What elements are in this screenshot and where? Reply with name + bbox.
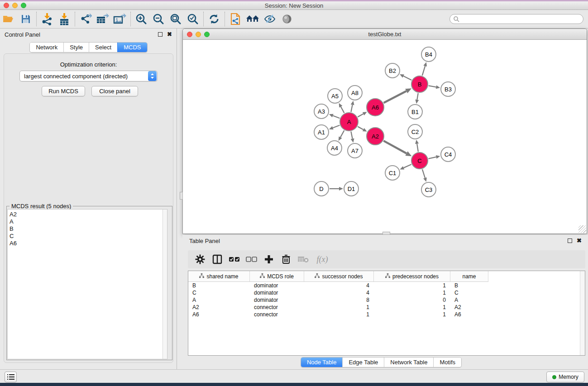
trash-icon[interactable] [277, 252, 295, 267]
table-row[interactable]: A6connector11A6 [188, 311, 488, 318]
network-node-a6[interactable]: A6 [366, 98, 384, 116]
table-row[interactable]: Adominator80A [188, 296, 488, 304]
network-edge[interactable] [358, 114, 363, 117]
network-edge[interactable] [417, 144, 418, 152]
network-node-c2[interactable]: C2 [407, 124, 423, 139]
table-row[interactable]: Bdominator41B [188, 282, 488, 289]
network-node-b3[interactable]: B3 [440, 81, 456, 97]
network-edge[interactable] [340, 130, 344, 137]
network-window-titlebar[interactable]: testGlobe.txt [183, 29, 587, 40]
node-table[interactable]: shared nameMCDS rolesuccessor nodesprede… [188, 271, 585, 356]
network-node-c4[interactable]: C4 [440, 147, 456, 162]
table-tab-network-table[interactable]: Network Table [384, 357, 433, 367]
eye-slash-icon[interactable] [261, 11, 278, 27]
network-edge[interactable] [429, 157, 436, 159]
checkbox-checked-pair-icon[interactable] [226, 252, 243, 267]
memory-button[interactable]: Memory [546, 372, 584, 382]
network-download-icon[interactable] [38, 11, 56, 27]
float-panel-icon[interactable] [158, 32, 163, 37]
network-edge[interactable] [351, 132, 352, 139]
network-node-a4[interactable]: A4 [327, 140, 342, 156]
network-edge[interactable] [429, 86, 436, 87]
network-edge[interactable] [351, 105, 352, 112]
table-row[interactable]: Cdominator41C [188, 289, 488, 296]
network-node-a7[interactable]: A7 [347, 143, 363, 158]
folder-open-icon[interactable] [0, 11, 17, 27]
network-node-a1[interactable]: A1 [314, 124, 329, 140]
network-edge[interactable] [384, 91, 406, 103]
network-edge[interactable] [383, 141, 406, 153]
mcds-result-list[interactable]: A2ABCA6 [7, 209, 167, 359]
mcds-result-item[interactable]: A [10, 218, 167, 225]
network-node-d[interactable]: D [314, 181, 329, 196]
network-node-a[interactable]: A [339, 112, 359, 131]
tab-select[interactable]: Select [89, 43, 117, 52]
tab-network[interactable]: Network [30, 43, 63, 52]
mcds-result-item[interactable]: A2 [10, 211, 167, 218]
network-node-a3[interactable]: A3 [314, 104, 329, 119]
zoom-fit-icon[interactable] [167, 11, 184, 27]
column-header-name[interactable]: name [450, 271, 488, 281]
float-panel-icon[interactable] [568, 238, 572, 243]
table-scrollbar[interactable] [580, 271, 585, 355]
network-edge[interactable] [358, 127, 363, 130]
network-node-a8[interactable]: A8 [347, 85, 363, 100]
network-node-a5[interactable]: A5 [327, 88, 343, 104]
tab-mcds[interactable]: MCDS [117, 43, 147, 52]
horizontal-splitter-handle[interactable] [382, 232, 390, 235]
table-download-icon[interactable] [56, 11, 73, 27]
network-node-c1[interactable]: C1 [385, 165, 400, 181]
mcds-result-item[interactable]: B [10, 225, 167, 233]
network-edge[interactable] [341, 107, 344, 113]
mcds-list-scrollbar[interactable] [163, 210, 167, 359]
close-panel-icon[interactable]: ✖ [577, 238, 582, 243]
mcds-result-item[interactable]: A6 [10, 240, 167, 247]
network-canvas[interactable]: B4B2BB3A5A8A6A3B1AA1C2A2A4A7C4CC1C3DD1 [183, 40, 587, 234]
network-edge[interactable] [422, 66, 425, 76]
column-header-MCDS-role[interactable]: MCDS role [250, 271, 304, 281]
plus-icon[interactable] [260, 252, 277, 267]
network-edge[interactable] [403, 76, 411, 80]
document-network-icon[interactable] [227, 11, 244, 27]
network-node-c3[interactable]: C3 [421, 182, 436, 197]
network-edge[interactable] [333, 125, 339, 128]
checkbox-unchecked-pair-icon[interactable] [243, 252, 260, 267]
window-resize-grip[interactable] [578, 225, 586, 233]
columns-icon[interactable] [209, 252, 226, 267]
network-node-a2[interactable]: A2 [366, 127, 384, 145]
table-tab-edge-table[interactable]: Edge Table [342, 357, 384, 367]
network-export-icon[interactable] [77, 11, 94, 27]
vertical-splitter-handle[interactable] [180, 192, 183, 200]
criterion-dropdown[interactable]: largest connected component (directed) [19, 71, 158, 81]
network-edge[interactable] [404, 164, 411, 168]
gear-icon[interactable] [191, 252, 209, 267]
image-export-icon[interactable] [111, 11, 129, 27]
column-header-predecessor-nodes[interactable]: predecessor nodes [374, 271, 450, 281]
close-panel-icon[interactable]: ✖ [167, 32, 172, 37]
network-edge[interactable] [333, 116, 339, 119]
zoom-check-icon[interactable] [184, 11, 201, 27]
tab-style[interactable]: Style [63, 43, 89, 52]
network-edge[interactable] [422, 169, 425, 178]
mcds-result-item[interactable]: C [10, 233, 167, 240]
network-node-b2[interactable]: B2 [385, 63, 400, 78]
zoom-in-icon[interactable] [133, 11, 150, 27]
search-input[interactable] [449, 14, 583, 24]
houses-icon[interactable] [244, 11, 261, 27]
table-row[interactable]: A2connector11A2 [188, 304, 488, 311]
network-node-d1[interactable]: D1 [344, 181, 359, 196]
table-export-icon[interactable] [94, 11, 111, 27]
table-tab-motifs[interactable]: Motifs [433, 357, 461, 367]
network-node-b1[interactable]: B1 [407, 104, 423, 119]
panel-menu-button[interactable] [5, 372, 17, 382]
floppy-save-icon[interactable] [17, 11, 34, 27]
column-header-successor-nodes[interactable]: successor nodes [304, 271, 374, 281]
close-panel-button[interactable]: Close panel [91, 86, 138, 96]
column-header-shared-name[interactable]: shared name [188, 271, 250, 281]
run-mcds-button[interactable]: Run MCDS [42, 86, 85, 96]
network-node-b[interactable]: B [411, 76, 428, 93]
network-node-c[interactable]: C [411, 152, 428, 169]
table-tab-node-table[interactable]: Node Table [301, 357, 343, 367]
network-edge[interactable] [417, 93, 418, 100]
refresh-icon[interactable] [206, 11, 223, 27]
